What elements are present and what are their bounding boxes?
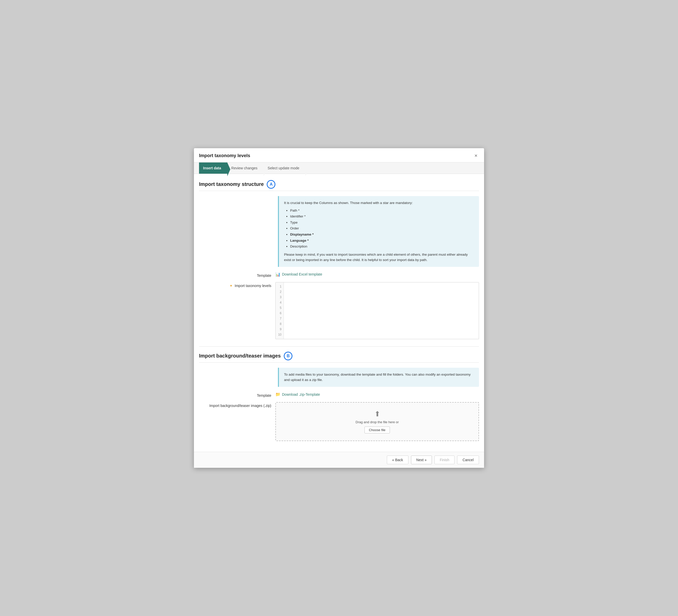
list-item-language: Language * xyxy=(290,238,474,244)
info-box-a-list: Path * Identifier * Type Order Displayna… xyxy=(290,208,474,249)
drag-text: Drag and drop the file here or xyxy=(281,420,474,424)
list-item-displayname: Displayname * xyxy=(290,232,474,237)
import-taxonomy-row: ✦ Import taxonomy levels 12345 678910 xyxy=(199,282,479,339)
section-b-header: Import background/teaser images B xyxy=(199,352,479,363)
download-zip-link[interactable]: 📁 Download .zip-Template xyxy=(275,392,320,397)
import-taxonomy-control: 12345 678910 xyxy=(275,282,479,339)
info-box-b-text: To add media files to your taxonomy, dow… xyxy=(284,372,470,382)
template-label-a: Template xyxy=(199,272,275,278)
section-a-badge: A xyxy=(267,180,275,189)
line-numbers: 12345 678910 xyxy=(276,282,284,339)
section-a-info-box: It is crucial to keep the Columns as sho… xyxy=(278,196,479,267)
import-images-row: Import background/teaser images (.zip) ⬆… xyxy=(199,402,479,441)
import-taxonomy-label: ✦ Import taxonomy levels xyxy=(199,282,275,288)
section-b-info-box: To add media files to your taxonomy, dow… xyxy=(278,368,479,387)
modal-header: Import taxonomy levels × xyxy=(194,148,484,162)
excel-icon: 📊 xyxy=(275,272,280,277)
required-star-a: ✦ xyxy=(230,284,233,288)
section-a-title: Import taxonomy structure xyxy=(199,181,264,187)
back-button[interactable]: « Back xyxy=(387,456,409,464)
step-review-changes[interactable]: Review changes xyxy=(227,162,264,174)
section-divider xyxy=(199,346,479,347)
modal-title: Import taxonomy levels xyxy=(199,153,250,158)
template-row-a: Template 📊 Download Excel template xyxy=(199,272,479,278)
template-control-b: 📁 Download .zip-Template xyxy=(275,392,479,397)
zip-icon: 📁 xyxy=(275,392,280,397)
import-images-label: Import background/teaser images (.zip) xyxy=(199,402,275,408)
next-button[interactable]: Next » xyxy=(411,456,432,464)
taxonomy-textarea-wrapper: 12345 678910 xyxy=(275,282,479,339)
upload-icon: ⬆ xyxy=(281,410,474,418)
template-control-a: 📊 Download Excel template xyxy=(275,272,479,277)
section-a-header: Import taxonomy structure A xyxy=(199,180,479,191)
list-item-identifier: Identifier * xyxy=(290,214,474,219)
modal: Import taxonomy levels × Insert data Rev… xyxy=(194,148,484,468)
wizard-steps: Insert data Review changes Select update… xyxy=(194,162,484,174)
section-b-title: Import background/teaser images xyxy=(199,353,281,359)
download-excel-link[interactable]: 📊 Download Excel template xyxy=(275,272,322,277)
info-box-a-intro: It is crucial to keep the Columns as sho… xyxy=(284,201,413,205)
list-item-path: Path * xyxy=(290,208,474,213)
list-item-description: Description xyxy=(290,244,474,249)
info-box-a-note: Please keep in mind, if you want to impo… xyxy=(284,252,474,263)
step-select-update-mode[interactable]: Select update mode xyxy=(264,162,306,174)
choose-file-button[interactable]: Choose file xyxy=(365,427,390,433)
dropzone[interactable]: ⬆ Drag and drop the file here or Choose … xyxy=(275,402,479,441)
import-images-control: ⬆ Drag and drop the file here or Choose … xyxy=(275,402,479,441)
list-item-type: Type xyxy=(290,220,474,225)
step-insert-data[interactable]: Insert data xyxy=(199,162,227,174)
section-b-badge: B xyxy=(284,352,293,360)
modal-footer: « Back Next » Finish Cancel xyxy=(194,452,484,468)
list-item-order: Order xyxy=(290,226,474,231)
taxonomy-data-textarea[interactable] xyxy=(284,282,479,331)
template-row-b: Template 📁 Download .zip-Template xyxy=(199,392,479,398)
template-label-b: Template xyxy=(199,392,275,398)
finish-button[interactable]: Finish xyxy=(435,456,455,464)
modal-body: Import taxonomy structure A It is crucia… xyxy=(194,174,484,452)
cancel-button[interactable]: Cancel xyxy=(457,456,479,464)
close-button[interactable]: × xyxy=(473,152,479,159)
